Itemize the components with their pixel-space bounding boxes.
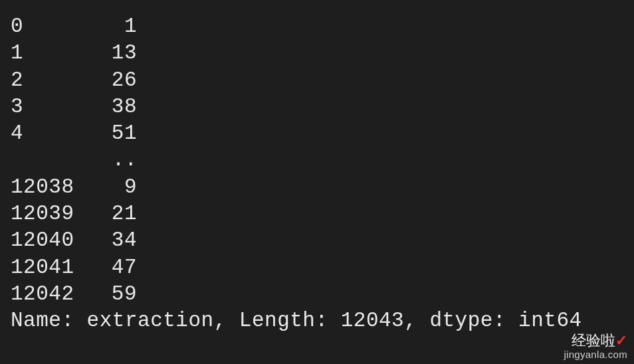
series-row: 226 <box>11 67 623 94</box>
ellipsis-row: .. <box>11 147 623 173</box>
check-icon: ✓ <box>615 332 627 349</box>
watermark: 经验啦✓ jingyanla.com <box>564 333 627 360</box>
row-value: 26 <box>77 67 137 94</box>
series-row: 120389 <box>11 174 623 201</box>
row-value: 1 <box>77 13 137 40</box>
ellipsis-text: .. <box>77 147 137 173</box>
row-value: 34 <box>77 227 137 254</box>
row-index: 2 <box>11 67 77 94</box>
series-summary: Name: extraction, Length: 12043, dtype: … <box>11 308 623 334</box>
row-index: 0 <box>11 13 77 40</box>
row-index: 4 <box>11 120 77 147</box>
watermark-url: jingyanla.com <box>564 349 627 361</box>
row-value: 9 <box>77 174 137 201</box>
row-value: 51 <box>77 120 137 147</box>
row-index: 12042 <box>11 281 77 308</box>
watermark-text: 经验啦 <box>572 332 615 349</box>
watermark-title: 经验啦✓ <box>564 333 627 349</box>
series-row: 451 <box>11 120 623 147</box>
row-index: 1 <box>11 40 77 66</box>
row-value: 13 <box>77 40 137 66</box>
series-row: 1204034 <box>11 227 623 254</box>
series-row: 01 <box>11 13 623 40</box>
series-row: 1203921 <box>11 201 623 227</box>
row-index: 12040 <box>11 227 77 254</box>
row-value: 59 <box>77 281 137 308</box>
series-row: 338 <box>11 94 623 120</box>
series-row: 1204259 <box>11 281 623 308</box>
series-row: 113 <box>11 40 623 66</box>
row-index: 12038 <box>11 174 77 201</box>
row-index: 12041 <box>11 254 77 281</box>
row-index: 3 <box>11 94 77 120</box>
row-value: 38 <box>77 94 137 120</box>
terminal-output: 01 113 226 338 451 .. 120389 1203921 120… <box>11 13 623 335</box>
series-row: 1204147 <box>11 254 623 281</box>
row-value: 21 <box>77 201 137 227</box>
row-value: 47 <box>77 254 137 281</box>
row-index: 12039 <box>11 201 77 227</box>
